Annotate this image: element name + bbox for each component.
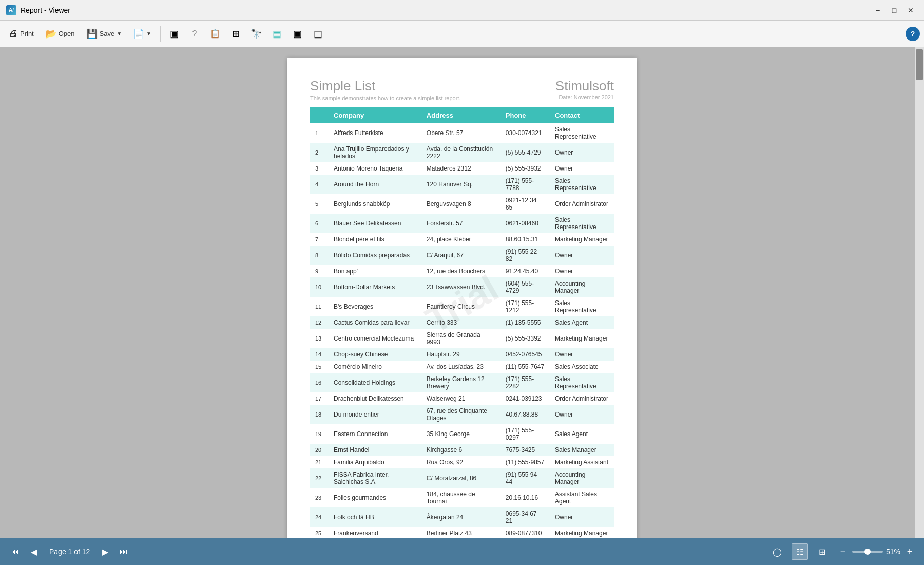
- print-button[interactable]: 🖨 Print: [4, 24, 38, 44]
- prev-page-button[interactable]: ◀: [27, 544, 41, 559]
- zoom-out-button[interactable]: −: [837, 545, 849, 558]
- row-company: Centro comercial Moctezuma: [329, 329, 421, 348]
- last-page-button[interactable]: ⏭: [117, 544, 131, 559]
- find-icon: 🔭: [251, 28, 262, 40]
- new-button[interactable]: 📄 ▼: [128, 24, 156, 44]
- zoom-thumb: [864, 549, 871, 555]
- toolbar: 🖨 Print 📂 Open 💾 Save ▼ 📄 ▼ ▣ ? 📋 ⊞ 🔭 ▤ …: [0, 21, 924, 47]
- copy-btn[interactable]: 📋: [206, 25, 224, 43]
- row-phone: (91) 555 94 44: [500, 468, 550, 488]
- row-contact: Accounting Manager: [550, 277, 614, 297]
- row-company: Berglunds snabbköp: [329, 194, 421, 214]
- col-address: Address: [421, 107, 500, 123]
- row-contact: Sales Representative: [550, 214, 614, 233]
- row-phone: 7675-3425: [500, 444, 550, 456]
- table-row: 9 Bon app' 12, rue des Bouchers 91.24.45…: [310, 265, 614, 277]
- view-mode-3-icon: ◫: [314, 28, 322, 40]
- title-bar: A/ Report - Viewer − □ ✕: [0, 0, 924, 21]
- row-phone: (11) 555-9857: [500, 456, 550, 468]
- report-title-section: Simple List This sample demonstrates how…: [310, 78, 460, 101]
- row-contact: Owner: [550, 143, 614, 162]
- report-subtitle: This sample demonstrates how to create a…: [310, 95, 460, 101]
- table-row: 24 Folk och fä HB Åkergatan 24 0695-34 6…: [310, 507, 614, 527]
- row-number: 7: [310, 233, 329, 246]
- view-mode-1[interactable]: ▤: [267, 25, 286, 43]
- zoom-level: 51%: [886, 548, 900, 556]
- zoom-in-button[interactable]: +: [903, 545, 916, 558]
- two-page-view-btn[interactable]: ⊞: [814, 543, 831, 560]
- next-page-icon: ▶: [102, 547, 108, 557]
- view-layout-btn[interactable]: ⊞: [226, 25, 245, 43]
- close-button[interactable]: ✕: [903, 5, 918, 16]
- row-contact: Marketing Manager: [550, 527, 614, 538]
- row-address: Berliner Platz 43: [421, 527, 500, 538]
- table-row: 8 Bólido Comidas preparadas C/ Araquil, …: [310, 246, 614, 265]
- row-number: 9: [310, 265, 329, 277]
- minimize-button[interactable]: −: [871, 5, 885, 16]
- view-mode-2[interactable]: ▣: [288, 25, 306, 43]
- vertical-scrollbar[interactable]: [915, 47, 924, 538]
- row-contact: Sales Representative: [550, 297, 614, 316]
- row-company: Bottom-Dollar Markets: [329, 277, 421, 297]
- row-address: 35 King George: [421, 424, 500, 444]
- row-company: Bólido Comidas preparadas: [329, 246, 421, 265]
- table-row: 15 Comércio Mineiro Av. dos Lusíadas, 23…: [310, 361, 614, 373]
- row-company: Frankenversand: [329, 527, 421, 538]
- row-company: Consolidated Holdings: [329, 373, 421, 392]
- row-company: Around the Horn: [329, 175, 421, 194]
- new-icon: 📄: [133, 28, 144, 40]
- row-phone: (1) 135-5555: [500, 316, 550, 329]
- row-number: 23: [310, 488, 329, 507]
- open-icon: 📂: [45, 28, 56, 40]
- view-layout-icon: ⊞: [232, 28, 240, 40]
- row-phone: 0695-34 67 21: [500, 507, 550, 527]
- table-row: 11 B's Beverages Fauntleroy Circus (171)…: [310, 297, 614, 316]
- scrollbar-thumb[interactable]: [916, 49, 923, 80]
- open-label: Open: [59, 30, 75, 37]
- row-company: Blondel père et fils: [329, 233, 421, 246]
- row-company: Bon app': [329, 265, 421, 277]
- table-row: 12 Cactus Comidas para llevar Cerrito 33…: [310, 316, 614, 329]
- view-mode-3[interactable]: ◫: [309, 25, 327, 43]
- col-contact: Contact: [550, 107, 614, 123]
- open-button[interactable]: 📂 Open: [41, 24, 80, 44]
- row-number: 12: [310, 316, 329, 329]
- zoom-control: − 51% +: [837, 545, 916, 558]
- print-icon: 🖨: [9, 28, 18, 39]
- table-row: 6 Blauer See Delikatessen Forsterstr. 57…: [310, 214, 614, 233]
- first-page-button[interactable]: ⏮: [8, 544, 23, 559]
- find-btn[interactable]: 🔭: [247, 25, 265, 43]
- single-page-icon: ◯: [773, 547, 782, 557]
- row-company: Eastern Connection: [329, 424, 421, 444]
- row-number: 13: [310, 329, 329, 348]
- report-date: Date: November 2021: [555, 94, 614, 100]
- report-brand-section: Stimulsoft Date: November 2021: [555, 78, 614, 100]
- row-address: 23 Tsawwassen Blvd.: [421, 277, 500, 297]
- row-company: FISSA Fabrica Inter. Salchichas S.A.: [329, 468, 421, 488]
- single-page-view-btn[interactable]: ◯: [769, 543, 785, 560]
- save-button[interactable]: 💾 Save ▼: [82, 24, 127, 44]
- row-address: Forsterstr. 57: [421, 214, 500, 233]
- row-contact: Owner: [550, 348, 614, 361]
- data-table: Company Address Phone Contact 1 Alfreds …: [310, 107, 614, 538]
- save-dropdown-icon: ▼: [117, 31, 122, 36]
- continuous-view-btn[interactable]: ☷: [792, 543, 808, 560]
- table-row: 21 Familia Arquibaldo Rua Orós, 92 (11) …: [310, 456, 614, 468]
- maximize-button[interactable]: □: [887, 5, 901, 16]
- row-number: 24: [310, 507, 329, 527]
- table-row: 1 Alfreds Futterkiste Obere Str. 57 030-…: [310, 123, 614, 143]
- table-row: 22 FISSA Fabrica Inter. Salchichas S.A. …: [310, 468, 614, 488]
- row-number: 11: [310, 297, 329, 316]
- next-page-button[interactable]: ▶: [98, 544, 112, 559]
- row-address: Berkeley Gardens 12 Brewery: [421, 373, 500, 392]
- table-row: 7 Blondel père et fils 24, place Kléber …: [310, 233, 614, 246]
- help-content-btn[interactable]: ?: [185, 25, 204, 43]
- row-phone: 20.16.10.16: [500, 488, 550, 507]
- row-number: 18: [310, 405, 329, 424]
- last-page-icon: ⏭: [120, 547, 128, 556]
- help-button[interactable]: ?: [906, 27, 920, 41]
- row-phone: 91.24.45.40: [500, 265, 550, 277]
- layout-btn-1[interactable]: ▣: [165, 25, 183, 43]
- zoom-slider[interactable]: [852, 551, 883, 553]
- row-contact: Assistant Sales Agent: [550, 488, 614, 507]
